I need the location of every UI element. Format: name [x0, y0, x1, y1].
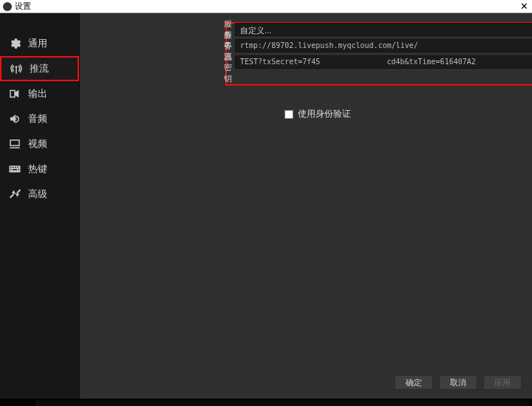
- window-body: 通用 推流 输出 音频 视频: [0, 13, 532, 399]
- sidebar-item-advanced[interactable]: 高级: [0, 182, 79, 207]
- sidebar-item-label: 推流: [30, 62, 49, 75]
- server-input[interactable]: rtmp://89702.livepush.myqcloud.com/live/: [235, 39, 532, 52]
- sidebar-item-label: 视频: [28, 137, 47, 151]
- sidebar-item-video[interactable]: 视频: [0, 131, 79, 156]
- sidebar-item-label: 高级: [28, 187, 47, 201]
- sidebar-item-hotkeys[interactable]: 热键: [0, 156, 79, 182]
- antenna-icon: [9, 61, 24, 76]
- dialog-footer: 确定 取消 应用: [80, 374, 532, 391]
- auth-checkbox-row[interactable]: 使用身份验证: [284, 108, 514, 120]
- stream-key-part2: cd4b&txTime=616407A2: [386, 55, 475, 69]
- gear-icon: [7, 36, 22, 51]
- sidebar-item-label: 热键: [28, 162, 47, 176]
- server-row: 服务器 rtmp://89702.livepush.myqcloud.com/l…: [224, 38, 514, 53]
- ok-button[interactable]: 确定: [395, 375, 433, 390]
- auth-checkbox[interactable]: [284, 110, 293, 119]
- settings-panel: 服务 自定义... ▲▼ 服务器 rtmp://89702.livepush.m…: [80, 13, 532, 399]
- sidebar-item-label: 通用: [28, 37, 47, 50]
- keyboard-icon: [7, 162, 22, 176]
- service-select[interactable]: 自定义... ▲▼: [235, 23, 532, 36]
- close-icon[interactable]: ✕: [519, 1, 529, 12]
- settings-sidebar: 通用 推流 输出 音频 视频: [0, 13, 80, 399]
- server-value: rtmp://89702.livepush.myqcloud.com/live/: [240, 39, 418, 52]
- service-row: 服务 自定义... ▲▼: [224, 22, 514, 37]
- stream-key-row: 串流密钥 TEST?txSecret=7f45 cd4b&txTime=6164…: [224, 55, 514, 69]
- stream-key-input[interactable]: TEST?txSecret=7f45 cd4b&txTime=616407A2: [235, 55, 532, 69]
- stream-key-label: 串流密钥: [224, 40, 235, 84]
- speaker-icon: [7, 111, 22, 126]
- sidebar-item-stream[interactable]: 推流: [0, 56, 79, 81]
- app-icon: [3, 2, 12, 11]
- tools-icon: [7, 187, 22, 202]
- monitor-icon: [7, 137, 22, 151]
- stream-form: 服务 自定义... ▲▼ 服务器 rtmp://89702.livepush.m…: [224, 22, 514, 120]
- sidebar-item-general[interactable]: 通用: [0, 31, 79, 56]
- window-title: 设置: [15, 1, 31, 12]
- auth-checkbox-label: 使用身份验证: [298, 108, 351, 120]
- cancel-button[interactable]: 取消: [439, 375, 477, 390]
- stream-key-part1: TEST?txSecret=7f45: [240, 55, 320, 69]
- window-title-bar: 设置 ✕: [0, 0, 532, 13]
- sidebar-item-output[interactable]: 输出: [0, 81, 79, 106]
- apply-button[interactable]: 应用: [483, 375, 522, 390]
- service-value: 自定义...: [240, 26, 271, 35]
- output-icon: [7, 86, 22, 101]
- sidebar-item-label: 音频: [28, 112, 47, 125]
- sidebar-item-label: 输出: [28, 87, 47, 100]
- sidebar-item-audio[interactable]: 音频: [0, 106, 79, 131]
- bottom-strip: [0, 399, 532, 406]
